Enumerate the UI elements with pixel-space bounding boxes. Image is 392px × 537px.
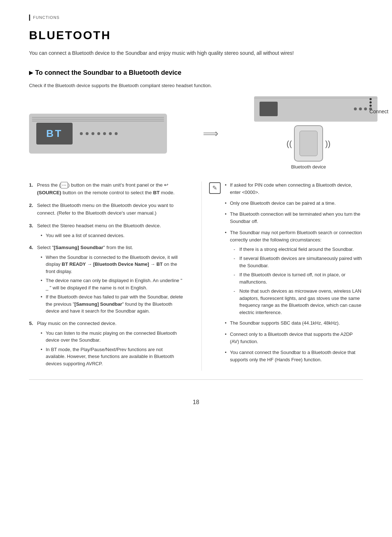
step5-bullet-2: In BT mode, the Play/Pause/Next/Prev fun… (41, 346, 183, 367)
page-number: 18 (29, 394, 363, 407)
note-6: Connect only to a Bluetooth device that … (225, 331, 363, 345)
right-column: ✎ If asked for PIN code when connecting … (201, 182, 363, 371)
step5-bullets: You can listen to the music playing on t… (41, 330, 183, 367)
note-2: Only one Bluetooth device can be paired … (225, 200, 363, 207)
page-title: BLUETOOTH (29, 27, 363, 44)
section-label: FUNCTIONS (29, 15, 363, 21)
left-column: Press the (⋯) button on the main unit's … (29, 182, 191, 372)
note-4: The Soundbar may not perform Bluetooth s… (225, 229, 363, 316)
wifi-right-icon: )) (325, 138, 331, 150)
connect-label: Connect (369, 108, 388, 115)
bluetooth-device-area: (( )) Bluetooth device (286, 125, 330, 171)
step4-bullets: When the Soundbar is connected to the Bl… (41, 254, 183, 315)
step-1: Press the (⋯) button on the main unit's … (29, 182, 183, 197)
diagram-right-section: Connect (( )) Bluetooth device (254, 96, 363, 171)
soundbar-left-diagram: BT (29, 114, 167, 154)
phone-illustration (294, 125, 323, 162)
sub-note-4: Note that such devices as microwave oven… (234, 288, 363, 316)
step5-bullet-1: You can listen to the music playing on t… (41, 330, 183, 344)
step4-bullet-1: When the Soundbar is connected to the Bl… (41, 254, 183, 275)
step2-text: Select the Bluetooth menu on the Bluetoo… (37, 203, 173, 216)
sub-notes-list: If there is a strong electrical field ar… (234, 246, 363, 316)
note-box: ✎ If asked for PIN code when connecting … (209, 182, 363, 367)
step3-text: Select the Stereo headset menu on the Bl… (37, 223, 161, 228)
subsection-desc: Check if the Bluetooth device supports t… (29, 82, 363, 89)
subsection-title: To connect the Soundbar to a Bluetooth d… (29, 68, 363, 78)
note-5: The Soundbar supports SBC data (44.1kHz,… (225, 320, 363, 327)
soundbar-speaker-dots (80, 132, 118, 135)
soundbar-grid-texture (29, 115, 167, 123)
note-content: If asked for PIN code when connecting a … (225, 182, 363, 367)
step5-text: Play music on the connected device. (37, 321, 117, 326)
sub-note-1: If there is a strong electrical field ar… (234, 246, 363, 253)
soundbar-right-diagram (254, 96, 377, 122)
phone-wifi-wrapper: (( )) (286, 125, 330, 162)
sub-note-3: If the Bluetooth device is turned off, n… (234, 271, 363, 285)
intro-text: You can connect a Bluetooth device to th… (29, 49, 363, 57)
page-container: FUNCTIONS BLUETOOTH You can connect a Bl… (29, 15, 363, 407)
step-5: Play music on the connected device. You … (29, 320, 183, 367)
soundbar-right-display (260, 102, 278, 116)
step1-button-icon: ⋯ (61, 182, 68, 188)
bt-label: BT (46, 126, 62, 141)
diagram-row: BT ⟹ (29, 96, 363, 171)
sub-note-2: If several Bluetooth devices are simulta… (234, 255, 363, 269)
note-3: The Bluetooth connection will be termina… (225, 211, 363, 225)
step4-samsung-bold: [Samsung] Soundbar (54, 245, 103, 250)
bluetooth-device-label: Bluetooth device (291, 163, 326, 171)
note-7: You cannot connect the Soundbar to a Blu… (225, 349, 363, 363)
notes-list: If asked for PIN code when connecting a … (225, 182, 363, 363)
step1-source-icon: ↩ (164, 182, 168, 189)
two-column-layout: Press the (⋯) button on the main unit's … (29, 182, 363, 372)
connect-dots-area: Connect (369, 98, 388, 115)
step3-bullets: You will see a list of scanned devices. (41, 232, 183, 239)
step-2: Select the Bluetooth menu on the Bluetoo… (29, 202, 183, 217)
steps-list: Press the (⋯) button on the main unit's … (29, 182, 183, 367)
step1-bt-bold: BT (153, 190, 160, 195)
step4-bullet-2: The device name can only be displayed in… (41, 277, 183, 291)
page-divider (29, 379, 363, 380)
step3-bullet-1: You will see a list of scanned devices. (41, 232, 183, 239)
step-3: Select the Stereo headset menu on the Bl… (29, 222, 183, 239)
step-4: Select "[Samsung] Soundbar" from the lis… (29, 244, 183, 315)
soundbar-bt-display: BT (36, 123, 73, 145)
note-icon: ✎ (209, 182, 221, 194)
note-1: If asked for PIN code when connecting a … (225, 182, 363, 196)
step1-source-bold: (SOURCE) (37, 190, 61, 195)
step4-bullet-3: If the Bluetooth device has failed to pa… (41, 293, 183, 315)
diagram-arrow: ⟹ (203, 125, 219, 142)
wifi-left-icon: (( (286, 138, 292, 150)
soundbar-right-wrapper: Connect (254, 96, 363, 122)
